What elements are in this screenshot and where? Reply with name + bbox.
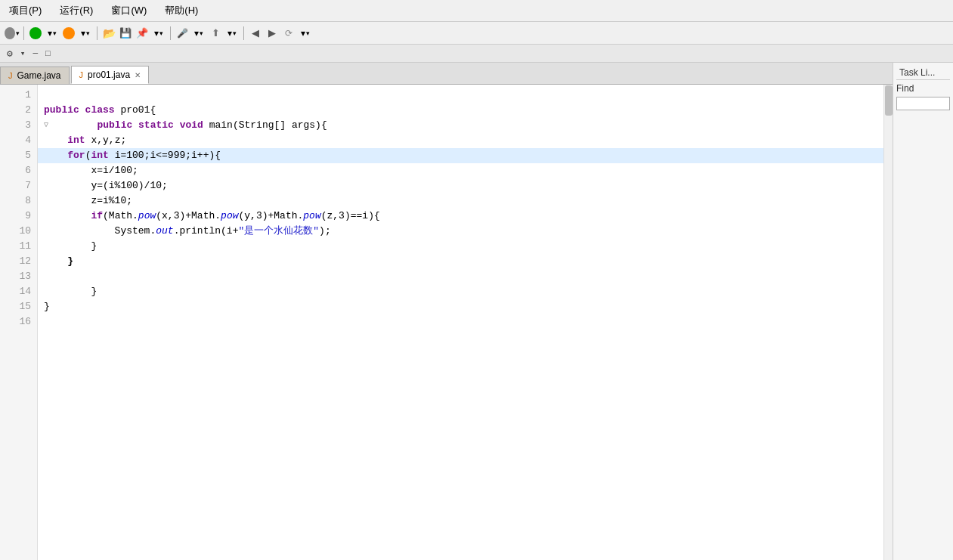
debug-icon	[63, 27, 75, 39]
line-num-12: 12	[0, 254, 37, 269]
separator-4	[243, 26, 244, 40]
quickbar-maximize[interactable]: □	[43, 48, 53, 59]
code-editor[interactable]: public class pro01{ ▽ public static void…	[38, 85, 883, 560]
menu-window[interactable]: 窗口(W)	[108, 3, 150, 18]
line-num-7: 7	[0, 178, 37, 193]
find-label: Find	[896, 83, 950, 94]
token: x,y,z;	[85, 133, 127, 148]
token: public	[44, 103, 85, 118]
code-line-14: }	[38, 284, 883, 299]
code-line-9: if(Math.pow(x,3)+Math.pow(y,3)+Math.pow(…	[38, 209, 883, 224]
toolbar-btn-7[interactable]: 📌	[135, 26, 150, 41]
menu-help[interactable]: 帮助(H)	[162, 3, 201, 18]
find-panel: Find	[896, 83, 950, 110]
line-num-13: 13	[0, 269, 37, 284]
fold-icon-3[interactable]: ▽	[44, 118, 48, 133]
toolbar-btn-5[interactable]: 📂	[101, 26, 116, 41]
up-icon: ⬆	[212, 27, 220, 39]
debug-dropdown-btn[interactable]: ▾	[78, 26, 93, 41]
editor-area: J Game.java J pro01.java ✕ 1 2 3 4 5 6 7…	[0, 63, 893, 560]
back-btn[interactable]: ◀	[248, 26, 263, 41]
line-num-5: 5	[0, 148, 37, 163]
token: (z,3)==i){	[321, 209, 380, 224]
token: i=100;i<=999;i++){	[109, 148, 221, 163]
token: int	[67, 133, 85, 148]
menu-run[interactable]: 运行(R)	[57, 3, 96, 18]
separator-2	[97, 26, 97, 40]
scrollbar-thumb[interactable]	[885, 85, 893, 116]
token: static	[138, 118, 180, 133]
code-line-12: }	[38, 254, 883, 269]
toolbar-btn-6[interactable]: 💾	[118, 26, 133, 41]
token: main(String[] args){	[209, 118, 327, 133]
line-num-15: 15	[0, 299, 37, 314]
tab-game-icon: J	[8, 71, 13, 80]
forward-btn[interactable]: ▶	[265, 26, 280, 41]
mic-icon: 🎤	[177, 28, 188, 39]
menu-project[interactable]: 项目(P)	[6, 3, 45, 18]
token: pro01{	[120, 103, 156, 118]
right-panel: Task Li... Find	[893, 63, 953, 560]
token: }	[67, 254, 73, 269]
token	[50, 118, 97, 133]
code-line-10: System.out.println(i+"是一个水仙花数");	[38, 224, 883, 239]
token: }	[44, 284, 97, 299]
code-container: 1 2 3 4 5 6 7 8 9 10 11 12 13 14 15 16	[0, 85, 893, 560]
token: class	[85, 103, 121, 118]
quickbar-icon-1[interactable]: ⚙	[5, 47, 15, 60]
forward-icon: ▶	[268, 27, 276, 39]
code-line-6: x=i/100;	[38, 163, 883, 178]
code-line-8: z=i%10;	[38, 193, 883, 209]
toolbar: ▾ ▾ 📂 💾 📌 ▾ 🎤 ▾ ⬆ ▾ ◀ ▶ ⟳ ▾	[0, 22, 953, 45]
run-icon	[29, 27, 42, 39]
quickbar-minimize[interactable]: ─	[30, 48, 40, 59]
code-line-1	[38, 88, 883, 103]
toolbar-btn-12[interactable]: ⟳	[281, 26, 296, 41]
refresh-icon: ⟳	[285, 28, 292, 39]
quickbar-arrow-down[interactable]: ▾	[18, 48, 28, 59]
code-line-15: }	[38, 299, 883, 314]
token: void	[180, 118, 209, 133]
toolbar-btn-8[interactable]: 🎤	[175, 26, 190, 41]
tab-bar: J Game.java J pro01.java ✕	[0, 63, 893, 85]
code-line-13	[38, 269, 883, 284]
line-num-6: 6	[0, 163, 37, 178]
toolbar-btn-8d[interactable]: ▾	[191, 26, 206, 41]
run-btn[interactable]	[28, 26, 43, 41]
toolbar-btn-12d[interactable]: ▾	[298, 26, 313, 41]
token: pow	[221, 209, 238, 224]
run-dropdown-btn[interactable]: ▾	[45, 26, 60, 41]
token	[44, 133, 67, 148]
token: z=i%10;	[44, 193, 132, 209]
token: pow	[303, 209, 320, 224]
token: int	[91, 148, 108, 163]
toolbar-btn-9d[interactable]: ▾	[224, 26, 240, 41]
vertical-scrollbar[interactable]	[883, 85, 893, 560]
token	[44, 148, 67, 163]
toolbar-btn-9[interactable]: ⬆	[208, 26, 223, 41]
code-line-5: for(int i=100;i<=999;i++){	[38, 148, 883, 163]
separator-1	[23, 26, 24, 40]
line-numbers: 1 2 3 4 5 6 7 8 9 10 11 12 13 14 15 16	[0, 85, 38, 560]
toolbar-btn-1[interactable]	[5, 26, 20, 41]
token: );	[319, 224, 331, 239]
find-input[interactable]	[896, 97, 950, 110]
main-area: J Game.java J pro01.java ✕ 1 2 3 4 5 6 7…	[0, 63, 953, 560]
code-line-3: ▽ public static void main(String[] args)…	[38, 118, 883, 133]
tab-pro01-close[interactable]: ✕	[135, 71, 141, 79]
tab-game-java[interactable]: J Game.java	[0, 67, 70, 84]
line-num-14: 14	[0, 284, 37, 299]
line-num-10: 10	[0, 224, 37, 239]
token: y=(i%100)/10;	[44, 178, 168, 193]
line-num-9: 9	[0, 209, 37, 224]
tab-pro01-java[interactable]: J pro01.java ✕	[71, 66, 150, 84]
token: out	[156, 224, 173, 239]
toolbar-btn-7d[interactable]: ▾	[151, 26, 166, 41]
token: public	[97, 118, 138, 133]
token	[44, 209, 91, 224]
token: x=i/100;	[44, 163, 138, 178]
folder-icon: 📂	[103, 27, 116, 39]
line-num-2: 2	[0, 103, 37, 118]
toolbar-btn-3[interactable]	[61, 26, 76, 41]
token: pow	[138, 209, 156, 224]
